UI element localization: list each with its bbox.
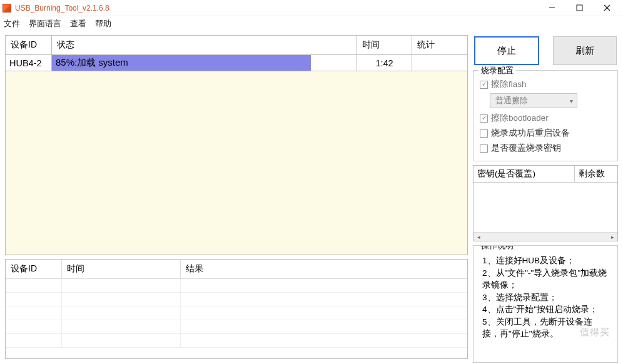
instruction-line: 1、连接好HUB及设备；	[482, 255, 609, 267]
scroll-right-icon[interactable]: ▸	[607, 233, 617, 241]
maximize-button[interactable]	[565, 0, 593, 16]
right-column: 停止 刷新 烧录配置 擦除flash 普通擦除 ▾ 擦除bootloader 烧…	[473, 35, 618, 363]
cell-device-id: HUB4-2	[6, 55, 52, 71]
device-table: 设备ID 状态 时间 统计 HUB4-2 85%:加载 system 1:42	[5, 35, 468, 255]
instructions-group: 操作说明 1、连接好HUB及设备； 2、从"文件"-"导入烧录包"加载烧录镜像；…	[473, 245, 618, 363]
header-status[interactable]: 状态	[52, 36, 357, 55]
device-table-body: HUB4-2 85%:加载 system 1:42	[6, 55, 467, 255]
maximize-icon	[576, 4, 583, 11]
key-header-name[interactable]: 密钥(是否覆盖)	[474, 166, 575, 182]
instruction-line: 2、从"文件"-"导入烧录包"加载烧录镜像；	[482, 267, 609, 291]
overwrite-key-label: 是否覆盖烧录密钥	[491, 143, 561, 154]
log-table: 设备ID 时间 结果	[5, 259, 468, 359]
erase-mode-value: 普通擦除	[495, 95, 528, 106]
device-table-header: 设备ID 状态 时间 统计	[6, 36, 467, 55]
menubar: 文件 界面语言 查看 帮助	[0, 16, 623, 31]
log-table-header: 设备ID 时间 结果	[6, 260, 467, 279]
window-title: USB_Burning_Tool_v2.1.6.8	[15, 4, 538, 13]
reboot-after-label: 烧录成功后重启设备	[491, 128, 570, 139]
minimize-button[interactable]	[538, 0, 565, 16]
app-icon	[3, 4, 11, 13]
svg-rect-1	[577, 5, 582, 11]
log-row	[6, 306, 467, 320]
overwrite-key-option[interactable]: 是否覆盖烧录密钥	[479, 141, 612, 156]
log-header-id[interactable]: 设备ID	[6, 260, 62, 279]
checkbox-icon	[480, 81, 488, 89]
close-icon	[604, 4, 610, 11]
key-table-header: 密钥(是否覆盖) 剩余数	[474, 166, 617, 183]
checkbox-icon	[480, 129, 488, 138]
instruction-line: 3、选择烧录配置；	[482, 291, 609, 304]
log-row	[6, 293, 467, 306]
key-scrollbar[interactable]: ◂ ▸	[474, 232, 617, 241]
erase-mode-dropdown[interactable]: 普通擦除 ▾	[490, 93, 577, 108]
window-controls	[538, 0, 620, 16]
instruction-line: 4、点击"开始"按钮启动烧录；	[482, 303, 609, 316]
button-row: 停止 刷新	[473, 35, 618, 66]
scroll-left-icon[interactable]: ◂	[474, 233, 484, 241]
burn-config-title: 烧录配置	[479, 65, 516, 76]
erase-flash-label: 擦除flash	[491, 79, 527, 90]
checkbox-icon	[480, 144, 488, 153]
stop-button[interactable]: 停止	[474, 36, 539, 65]
log-header-result[interactable]: 结果	[181, 260, 467, 279]
main-area: 设备ID 状态 时间 统计 HUB4-2 85%:加载 system 1:42	[0, 31, 623, 364]
header-time[interactable]: 时间	[357, 36, 412, 55]
left-column: 设备ID 状态 时间 统计 HUB4-2 85%:加载 system 1:42	[5, 35, 468, 363]
burn-config-group: 烧录配置 擦除flash 普通擦除 ▾ 擦除bootloader 烧录成功后重启…	[473, 70, 618, 161]
menu-language[interactable]: 界面语言	[29, 19, 61, 29]
cell-stats	[412, 55, 467, 71]
key-table: 密钥(是否覆盖) 剩余数 ◂ ▸	[473, 165, 618, 241]
instruction-line: 5、关闭工具，先断开设备连接，再"停止"烧录。	[482, 316, 609, 340]
header-stats[interactable]: 统计	[412, 36, 467, 55]
key-table-body	[474, 183, 617, 232]
erase-bootloader-option[interactable]: 擦除bootloader	[479, 111, 612, 126]
log-row	[6, 279, 467, 293]
log-row	[6, 320, 467, 334]
log-header-time[interactable]: 时间	[62, 260, 181, 279]
erase-flash-option[interactable]: 擦除flash	[479, 77, 612, 92]
erase-bootloader-label: 擦除bootloader	[491, 113, 549, 124]
minimize-icon	[549, 4, 555, 11]
device-row[interactable]: HUB4-2 85%:加载 system 1:42	[6, 55, 467, 71]
titlebar: USB_Burning_Tool_v2.1.6.8	[0, 0, 623, 16]
log-row	[6, 334, 467, 348]
menu-help[interactable]: 帮助	[95, 19, 111, 29]
log-table-body	[6, 279, 467, 358]
close-button[interactable]	[593, 0, 620, 16]
header-device-id[interactable]: 设备ID	[6, 36, 52, 55]
menu-file[interactable]: 文件	[4, 19, 20, 29]
reboot-after-option[interactable]: 烧录成功后重启设备	[479, 126, 612, 141]
refresh-button[interactable]: 刷新	[553, 36, 617, 65]
status-text: 85%:加载 system	[52, 57, 128, 69]
cell-time: 1:42	[357, 55, 412, 71]
checkbox-icon	[480, 114, 488, 123]
chevron-down-icon: ▾	[570, 98, 573, 104]
instructions-body: 1、连接好HUB及设备； 2、从"文件"-"导入烧录包"加载烧录镜像； 3、选择…	[479, 252, 612, 340]
instructions-title: 操作说明	[479, 245, 516, 251]
menu-view[interactable]: 查看	[70, 19, 86, 29]
cell-status: 85%:加载 system	[52, 55, 357, 71]
key-header-remain[interactable]: 剩余数	[575, 166, 617, 182]
